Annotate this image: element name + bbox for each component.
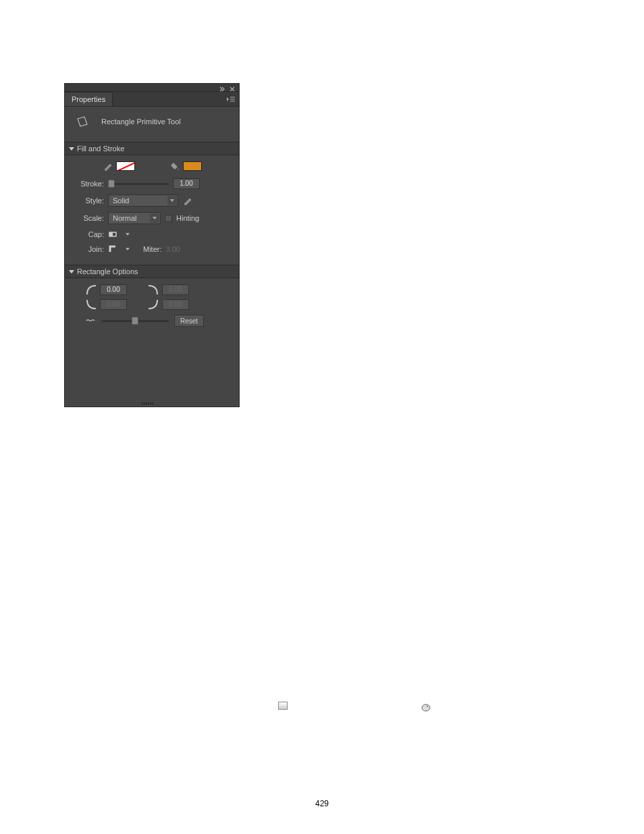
fill-stroke-header[interactable]: Fill and Stroke <box>65 142 239 155</box>
style-select[interactable]: Solid <box>108 194 178 207</box>
hinting-checkbox[interactable] <box>165 215 172 222</box>
join-type-icon <box>108 244 119 254</box>
scale-label: Scale: <box>72 214 104 222</box>
rectangle-primitive-inline-icon <box>278 702 288 710</box>
panel-tabs: Properties <box>65 92 239 107</box>
reset-label: Reset <box>180 317 198 325</box>
chevron-down-icon <box>150 213 159 223</box>
tool-header: Rectangle Primitive Tool <box>65 107 239 142</box>
miter-label: Miter: <box>143 245 162 253</box>
tool-name: Rectangle Primitive Tool <box>101 118 181 126</box>
top-right-radius-input[interactable]: 0.00 <box>162 284 189 295</box>
cap-dropdown[interactable] <box>123 230 132 239</box>
link-corners-icon[interactable] <box>85 317 96 325</box>
collapse-icon[interactable] <box>219 85 225 90</box>
slider-thumb[interactable] <box>108 180 115 188</box>
style-label: Style: <box>72 197 104 205</box>
slider-thumb[interactable] <box>132 317 138 325</box>
stroke-label: Stroke: <box>72 180 104 188</box>
cap-type-icon <box>108 230 119 239</box>
stroke-value-input[interactable]: 1.00 <box>173 178 200 189</box>
corner-radius-slider[interactable] <box>101 320 169 322</box>
fill-color-swatch[interactable] <box>183 161 202 171</box>
bottom-right-corner-icon <box>147 298 159 311</box>
fill-color-icon <box>169 161 180 172</box>
oval-primitive-inline-icon <box>421 703 431 712</box>
bottom-left-corner-icon <box>85 298 97 311</box>
panel-menu-icon[interactable] <box>223 92 239 106</box>
fill-stroke-body: Stroke: 1.00 Style: Solid Scale: Normal <box>65 155 239 265</box>
style-value: Solid <box>113 197 129 205</box>
rectangle-options-body: 0.00 0.00 0.00 0.00 <box>65 278 239 332</box>
section-title: Rectangle Options <box>77 267 138 276</box>
join-dropdown[interactable] <box>123 244 132 254</box>
cap-label: Cap: <box>72 230 104 238</box>
stroke-color-swatch[interactable] <box>116 161 135 171</box>
tab-properties[interactable]: Properties <box>65 92 113 106</box>
properties-panel: Properties Rectangle Primitive Tool Fill… <box>64 83 240 407</box>
top-left-radius-input[interactable]: 0.00 <box>100 284 127 295</box>
rectangle-primitive-tool-icon <box>74 113 90 130</box>
svg-rect-1 <box>109 232 113 236</box>
section-title: Fill and Stroke <box>77 145 124 153</box>
disclosure-triangle-icon <box>69 147 74 151</box>
page-number: 429 <box>315 799 329 808</box>
hinting-label: Hinting <box>176 214 199 222</box>
top-left-corner-icon <box>85 284 97 296</box>
scale-select[interactable]: Normal <box>108 212 161 224</box>
chevron-down-icon <box>167 196 177 205</box>
svg-point-3 <box>427 706 428 707</box>
svg-point-2 <box>422 704 430 711</box>
join-label: Join: <box>72 245 104 253</box>
tab-label: Properties <box>72 95 105 103</box>
top-right-corner-icon <box>147 284 159 296</box>
miter-value: 3.00 <box>166 245 180 253</box>
stroke-slider[interactable] <box>108 183 169 185</box>
stroke-color-icon <box>103 161 113 172</box>
disclosure-triangle-icon <box>69 270 74 273</box>
panel-resize-grip[interactable] <box>142 402 162 405</box>
panel-titlebar <box>65 84 239 92</box>
close-icon[interactable] <box>230 85 236 90</box>
bottom-left-radius-input[interactable]: 0.00 <box>100 299 127 310</box>
bottom-right-radius-input[interactable]: 0.00 <box>162 299 189 310</box>
reset-button[interactable]: Reset <box>174 315 204 327</box>
scale-value: Normal <box>113 214 136 222</box>
rectangle-options-header[interactable]: Rectangle Options <box>65 265 239 278</box>
edit-style-icon[interactable] <box>182 195 193 206</box>
